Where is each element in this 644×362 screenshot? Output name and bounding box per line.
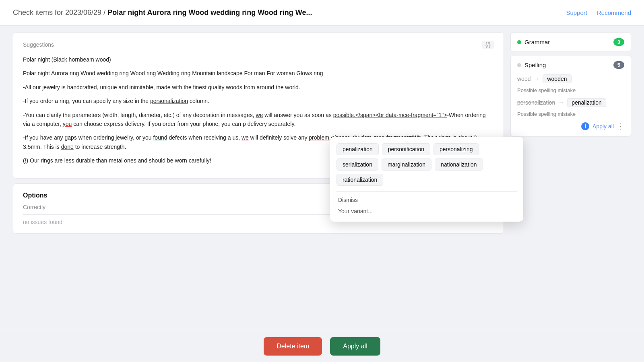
apply-all-button-bottom[interactable]: Apply all: [330, 337, 380, 356]
we-word2: we: [242, 134, 249, 141]
suggestion-row-2: personalization → penalization: [517, 98, 624, 107]
header: Check items for 2023/06/29 / Polar night…: [0, 0, 644, 26]
found-word: found: [153, 134, 167, 141]
arrow-1: →: [534, 76, 539, 82]
chip-serialization[interactable]: serialization: [336, 158, 378, 171]
apply-all-row: i Apply all ⋮: [517, 122, 624, 131]
breadcrumb-base: Check items for 2023/06/29: [13, 8, 101, 16]
possible-word: possible.</span><br data-mce-fragment="1…: [333, 112, 447, 118]
word-new-2[interactable]: penalization: [567, 98, 606, 107]
word-old-2: personalization: [517, 99, 555, 106]
grammar-dot: [517, 40, 521, 44]
chip-rationalization[interactable]: rationalization: [336, 174, 383, 186]
header-links: Support Recommend: [566, 9, 631, 16]
content-para3: -If you order a ring, you can specify an…: [23, 97, 494, 105]
spelling-dropdown: penalization personification personalizi…: [330, 137, 523, 222]
dropdown-chips: penalization personification personalizi…: [336, 143, 517, 186]
spelling-header: Spelling 5: [517, 61, 624, 69]
bottom-bar: Delete item Apply all: [0, 330, 644, 362]
dropdown-divider: [336, 191, 517, 192]
grammar-card: Grammar 3: [510, 32, 631, 52]
content-para4: -You can clarify the parameters (width, …: [23, 111, 494, 129]
spelling-text: Spelling: [524, 62, 546, 68]
suggestions-icon: {/}: [482, 41, 494, 49]
recommend-link[interactable]: Recommend: [597, 9, 631, 16]
suggestion-row-1: wood → wooden: [517, 74, 624, 83]
content-para2: -All our jewelry is handcrafted, unique …: [23, 83, 494, 92]
suggestions-label: Suggestions: [23, 41, 54, 48]
main-layout: Suggestions {/} Polar night (Black hornb…: [0, 26, 644, 362]
grammar-text: Grammar: [524, 39, 550, 45]
spelling-label: Spelling: [517, 62, 546, 68]
chip-nationalization[interactable]: nationalization: [435, 158, 483, 171]
chip-penalization[interactable]: penalization: [336, 143, 379, 155]
dropdown-dismiss[interactable]: Dismiss: [336, 194, 517, 206]
personalization-word: personalization: [150, 98, 188, 104]
arrow-2: →: [558, 99, 564, 106]
we-word: we: [256, 112, 263, 118]
apply-all-button-right[interactable]: Apply all: [592, 123, 614, 130]
right-panel: Grammar 3 Spelling 5 wood → wooden Possi…: [510, 32, 631, 356]
more-options-button[interactable]: ⋮: [617, 122, 624, 131]
done-word: done: [61, 144, 74, 150]
word-new-1[interactable]: wooden: [543, 74, 571, 83]
spelling-section: Spelling 5 wood → wooden Possible spelli…: [510, 55, 631, 137]
delete-item-button[interactable]: Delete item: [264, 337, 322, 356]
chip-personification[interactable]: personification: [382, 143, 430, 155]
suggestions-header: Suggestions {/}: [23, 41, 494, 49]
page-title: Polar night Aurora ring Wood wedding rin…: [107, 8, 312, 16]
grammar-badge: 3: [613, 38, 624, 46]
possible-mistake-1: Possible spelling mistake: [517, 87, 624, 93]
breadcrumb-separator: /: [103, 8, 107, 16]
spelling-badge: 5: [613, 61, 624, 69]
info-icon: i: [581, 122, 589, 130]
grammar-label: Grammar: [517, 39, 550, 45]
you-word: you: [63, 121, 72, 127]
dropdown-your-variant[interactable]: Your variant...: [336, 206, 517, 217]
chip-marginalization[interactable]: marginalization: [382, 158, 431, 171]
possible-mistake-2: Possible spelling mistake: [517, 111, 624, 117]
content-para1: Polar night Aurora ring Wood wedding rin…: [23, 69, 494, 78]
spelling-dot: [517, 63, 521, 67]
content-line1: Polar night (Black hornbeam wood): [23, 55, 494, 64]
support-link[interactable]: Support: [566, 9, 587, 16]
chip-personalizing[interactable]: personalizing: [433, 143, 479, 155]
word-old-1: wood: [517, 76, 530, 82]
breadcrumb: Check items for 2023/06/29 / Polar night…: [13, 8, 312, 17]
